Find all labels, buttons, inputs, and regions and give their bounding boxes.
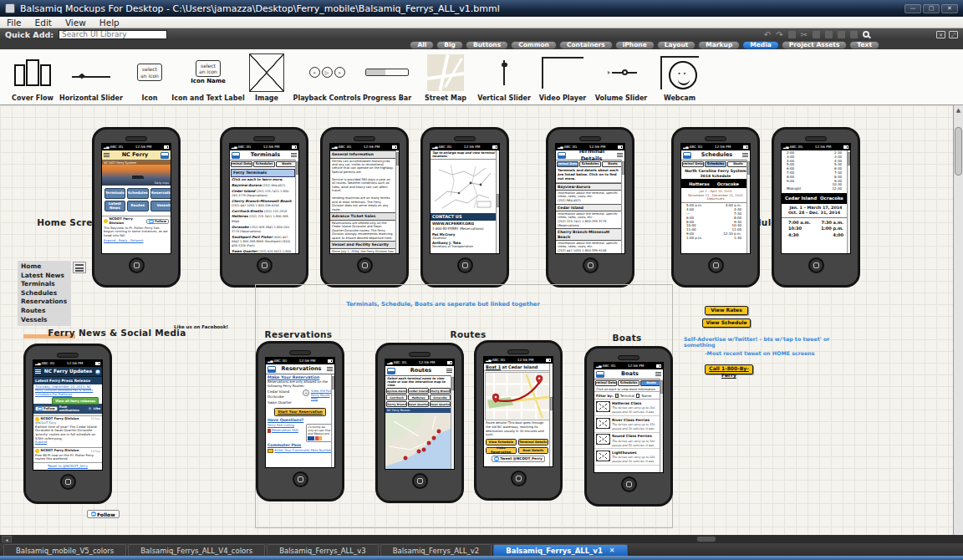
menu-view[interactable]: View (59, 18, 93, 28)
hamburger-icon[interactable] (655, 372, 661, 376)
phone-news[interactable]: ▂▄ABC 3G12:56 PM NC Ferry Updates Latest… (23, 344, 112, 504)
terminal-entry[interactable]: Cedar Island (252) 225-7411 1-800-293-37… (232, 189, 294, 198)
tab-common[interactable]: Common (511, 41, 557, 49)
scrollbar[interactable] (295, 160, 298, 253)
hamburger-icon[interactable] (446, 369, 452, 373)
tweet-item[interactable]: NCDOT Ferry Division 14 Sep Free Wi-Fi n… (33, 447, 102, 462)
route-terminal-button[interactable]: Cherry Branch (386, 401, 407, 407)
phone-terminal-details[interactable]: ▂▄ABC 3G12:56 PM Terminal Details Termin… (546, 127, 634, 288)
schedules-screen-2[interactable]: ▂▄ABC 3G12:56 PM 2:002:30 3:003:30 4:004… (781, 143, 851, 254)
tab-schedules[interactable]: Schedules (618, 380, 639, 386)
menu-list-item[interactable]: Home (21, 262, 68, 272)
home-nav-button[interactable]: Routes (127, 201, 149, 211)
phone-route-detail[interactable]: ▂▄ABC 3G12:56 PM Boat 1 at Cedar Island (474, 340, 563, 501)
route-terminal-button[interactable]: Swan Quarter (408, 401, 429, 407)
library-item-horizontal-slider[interactable]: Horizontal Slider (62, 52, 120, 102)
start-reservation-button[interactable]: Start Your Reservation (274, 408, 326, 416)
mockup-tab[interactable]: Balsamiq_Ferrys_ALL_V4_colors (128, 544, 265, 556)
menu-list-item[interactable]: Latest News (21, 272, 68, 281)
route-option[interactable]: Cedar Island (268, 389, 301, 395)
library-item-vertical-slider[interactable]: Vertical Slider (475, 52, 533, 102)
cut-icon[interactable]: ✂ (801, 30, 808, 39)
terminal-checkbox[interactable] (615, 394, 619, 398)
action-button[interactable]: Boat Details (518, 447, 549, 454)
terminal-entry[interactable]: Bayview-Aurora (252) 964-4521 (232, 183, 294, 187)
mockup-tab[interactable]: Balsamiq_Ferrys_ALL_v3 (267, 544, 379, 556)
home-button[interactable] (708, 257, 724, 273)
mockup-canvas[interactable]: Home Screen Terminals Terminal Details S… (0, 105, 953, 535)
home-photo[interactable]: NC DOT Ferry System Daily trips (102, 160, 171, 186)
menu-file[interactable]: File (0, 18, 28, 28)
terminal-detail-entry[interactable]: Cherry Branch-Minnesott Beach Informatio… (556, 228, 621, 253)
scrollbar[interactable] (395, 150, 399, 253)
tab-terminal-details[interactable]: Terminal Details (231, 161, 252, 167)
call-ferry-button[interactable]: Call 1-800-By-Ferry (705, 364, 753, 374)
terminal-map[interactable] (431, 160, 497, 213)
boat-list-item[interactable]: River Class Ferries The ferries can carr… (594, 416, 660, 433)
action-button[interactable]: Terminal Details (518, 439, 549, 445)
delete-icon[interactable] (825, 31, 833, 38)
scroll-left-arrow[interactable]: ◂ (2, 536, 12, 542)
menu-edit[interactable]: Edit (28, 18, 59, 28)
copy-icon[interactable] (788, 31, 796, 38)
title-bar[interactable]: Balsamiq Mockups For Desktop - C:\Users\… (0, 0, 963, 17)
terminal-detail-entry[interactable]: Cedar Island Information about the termi… (556, 204, 621, 228)
routes-screen[interactable]: ▂▄ABC 3G12:56 PM Routes Select each term… (385, 359, 455, 470)
hamburger-icon[interactable] (35, 369, 41, 374)
terminal-detail-entry[interactable]: Bayview-Aurora Information about the ter… (556, 183, 621, 204)
route-option[interactable]: Swan Quarter (268, 400, 301, 406)
route-map[interactable] (485, 372, 552, 420)
boat-link[interactable]: Boat 1 (486, 364, 501, 369)
tab-schedules[interactable]: Schedules (579, 161, 601, 167)
hamburger-icon[interactable] (327, 367, 333, 371)
boat-list-item[interactable]: Hatteras Class The ferries can carry up … (594, 400, 660, 416)
reservations-screen[interactable]: ▂▄ABC 3G12:56 PM Reservations Make Your … (265, 357, 335, 468)
tab-schedules[interactable]: Schedules (705, 161, 726, 167)
zoom-icon[interactable] (863, 31, 869, 38)
info-section[interactable]: Advance Ticket Sales Reservations are of… (330, 212, 395, 241)
home-button[interactable] (357, 257, 373, 273)
library-item-playback-controls[interactable]: «▷» Playback Controls (296, 52, 358, 102)
route-terminal-button[interactable]: Bayview-Aurora (386, 388, 407, 394)
mockup-tab[interactable]: Balsamiq_mobile_V5_colors (3, 544, 126, 556)
scrollbar[interactable] (660, 379, 663, 472)
phone-schedules-2[interactable]: ▂▄ABC 3G12:56 PM 2:002:30 3:003:30 4:004… (772, 127, 860, 288)
home-button[interactable] (511, 471, 527, 486)
menu-list-item[interactable]: Routes (21, 307, 68, 316)
boat-list-item[interactable]: Sound Class Ferries The ferries can carr… (594, 433, 660, 450)
home-button[interactable] (257, 257, 273, 273)
terminal-entry[interactable]: Hatteras (252) 225-7411 1-800-368-8949 (232, 214, 294, 223)
terminal-details-screen[interactable]: ▂▄ABC 3G12:56 PM Terminal Details Termin… (555, 143, 625, 254)
library-item-icon[interactable]: select an icon Icon (120, 52, 179, 102)
library-item-street-map[interactable]: Street Map (416, 52, 475, 102)
scrollbar[interactable] (451, 375, 454, 469)
tab-text[interactable]: Text (849, 41, 879, 49)
routes-map[interactable] (385, 413, 452, 470)
scrollbar[interactable] (549, 364, 553, 466)
follow-button[interactable]: Follow (35, 406, 58, 411)
home-nav-button[interactable]: Latest News (104, 201, 125, 211)
scrollbar[interactable] (746, 160, 750, 253)
tab-layout[interactable]: Layout (657, 41, 696, 49)
terminal-entry[interactable]: Southport-Fort Fisher (910) 457-6942 1-8… (232, 235, 294, 248)
boats-screen[interactable]: ▂▄ABC 3G12:56 PM Boats Terminal Details … (594, 362, 664, 473)
schedules-screen-1[interactable]: ▂▄ABC 3G12:56 PM Schedules Terminal Deta… (680, 143, 751, 254)
home-screen[interactable]: ▂▄ABC 3G12:56 PM NC Ferry NC DOT Ferry S… (101, 143, 171, 254)
library-item-webcam[interactable]: Webcam (650, 52, 709, 102)
menu-help[interactable]: Help (93, 18, 126, 28)
phone-routes[interactable]: ▂▄ABC 3G12:56 PM Routes Select each term… (375, 343, 464, 503)
phone-home[interactable]: ▂▄ABC 3G12:56 PM NC Ferry NC DOT Ferry S… (92, 127, 181, 288)
search-input[interactable] (59, 30, 167, 39)
canvas-vertical-scrollbar[interactable]: ▲ (953, 105, 963, 535)
general-info-screen[interactable]: ▂▄ABC 3G12:56 PM General Information Fer… (329, 143, 400, 254)
canvas-horizontal-scrollbar[interactable]: ◂ (0, 535, 963, 543)
action-button[interactable]: Make Reservation (486, 447, 517, 454)
scrollbar[interactable] (621, 160, 624, 253)
name-checkbox[interactable] (636, 394, 640, 398)
like-button[interactable]: Like (94, 407, 100, 410)
route-option[interactable]: Ocracoke (268, 395, 301, 400)
tab-terminal-details[interactable]: Terminal Details (682, 161, 704, 167)
library-item-image[interactable]: Image (237, 52, 296, 102)
hamburger-icon[interactable] (73, 262, 86, 273)
tab-iphone[interactable]: iPhone (615, 41, 655, 49)
